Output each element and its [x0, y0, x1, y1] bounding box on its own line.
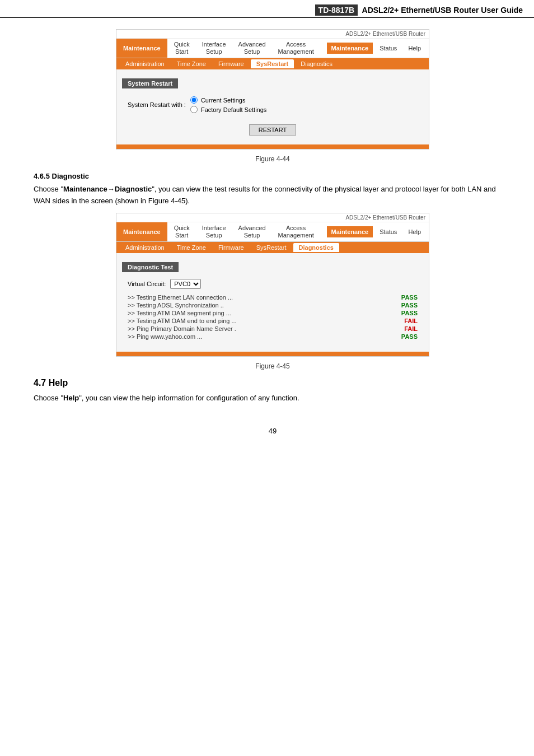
sub-nav-44: Administration Time Zone Firmware SysRes…: [116, 58, 429, 69]
restart-btn-row: RESTART: [116, 121, 429, 139]
section-label-45: Diagnostic Test: [116, 259, 429, 276]
label-current-settings: Current Settings: [201, 97, 245, 104]
restart-form: System Restart with : Current Settings F…: [116, 92, 429, 121]
diag-row-1: >> Testing ADSL Synchronization .. PASS: [128, 301, 418, 309]
diag-row-4: >> Ping Primary Domain Name Server . FAI…: [128, 325, 418, 333]
nav-status-btn-45[interactable]: Status: [375, 226, 401, 237]
diag-result-4: FAIL: [404, 325, 418, 332]
subnav-sysrestart-45[interactable]: SysRestart: [251, 243, 292, 252]
diag-label-1: >> Testing ADSL Synchronization ..: [128, 302, 224, 309]
diag-result-3: FAIL: [404, 318, 418, 324]
vc-select[interactable]: PVC0 PVC1 PVC2: [170, 279, 201, 289]
diag-results: >> Testing Ethernet LAN connection ... P…: [116, 291, 429, 346]
nav-status-btn-44[interactable]: Status: [375, 43, 401, 54]
nav-quick-start-44[interactable]: QuickStart: [173, 39, 191, 58]
section-465-heading: 4.6.5 Diagnostic: [34, 172, 512, 180]
body-text-pre: Choose ": [34, 185, 63, 193]
nav-maintenance-45[interactable]: Maintenance: [116, 222, 167, 241]
subnav-sysrestart-44[interactable]: SysRestart: [251, 59, 294, 68]
section-47-pre: Choose ": [34, 394, 63, 402]
nav-bar-45: Maintenance QuickStart InterfaceSetup Ad…: [116, 222, 429, 242]
nav-items-44: QuickStart InterfaceSetup AdvancedSetup …: [167, 39, 324, 58]
router-body-45: Diagnostic Test Virtual Circuit: PVC0 PV…: [116, 253, 429, 352]
subnav-firmware-45[interactable]: Firmware: [213, 243, 250, 252]
section-47-heading: 4.7 Help: [34, 378, 512, 388]
section-47-post: ", you can view the help information for…: [79, 394, 299, 402]
label-factory-settings: Factory Default Settings: [201, 106, 266, 113]
nav-quick-start-45[interactable]: QuickStart: [173, 222, 191, 241]
footer-bar-44: [116, 144, 429, 149]
header-title: ADSL2/2+ Ethernet/USB Router User Guide: [362, 6, 523, 15]
page-number: 49: [34, 427, 512, 435]
diag-row-3: >> Testing ATM OAM end to end ping ... F…: [128, 317, 418, 325]
figure-45-ui: ADSL2/2+ Ethernet/USB Router Maintenance…: [116, 213, 429, 357]
vc-label: Virtual Circuit:: [128, 281, 166, 287]
subnav-administration-45[interactable]: Administration: [120, 243, 170, 252]
brand-bar-45: ADSL2/2+ Ethernet/USB Router: [116, 213, 429, 222]
subnav-diagnostics-44[interactable]: Diagnostics: [295, 59, 338, 68]
subnav-firmware-44[interactable]: Firmware: [213, 59, 250, 68]
section-465-body: Choose "Maintenance→Diagnostic", you can…: [34, 184, 512, 207]
page-header: TD-8817B ADSL2/2+ Ethernet/USB Router Us…: [0, 0, 534, 18]
radio-current-settings[interactable]: [190, 96, 198, 104]
footer-bar-45: [116, 352, 429, 356]
nav-right-45: Maintenance Status Help: [324, 222, 429, 241]
nav-advanced-setup-45[interactable]: AdvancedSetup: [237, 222, 267, 241]
nav-items-45: QuickStart InterfaceSetup AdvancedSetup …: [167, 222, 324, 241]
diag-result-0: PASS: [401, 294, 418, 301]
bold-help: Help: [63, 394, 79, 402]
nav-access-management-44[interactable]: AccessManagement: [277, 39, 315, 58]
diag-label-3: >> Testing ATM OAM end to end ping ...: [128, 318, 237, 324]
nav-help-btn-44[interactable]: Help: [404, 43, 425, 54]
nav-maintenance-btn-44[interactable]: Maintenance: [327, 43, 373, 54]
option-factory: Factory Default Settings: [190, 106, 266, 113]
subnav-timezone-45[interactable]: Time Zone: [171, 243, 212, 252]
bold-maintenance-diag: Maintenance→Diagnostic: [63, 185, 152, 193]
section-label-44: System Restart: [116, 75, 429, 92]
nav-right-44: Maintenance Status Help: [324, 39, 429, 58]
section-47-body: Choose "Help", you can view the help inf…: [34, 393, 512, 404]
restart-with-label: System Restart with :: [128, 101, 186, 108]
figure-44-caption: Figure 4-44: [34, 155, 512, 163]
diag-label-5: >> Ping www.yahoo.com ...: [128, 333, 202, 340]
subnav-diagnostics-45[interactable]: Diagnostics: [293, 243, 339, 252]
vc-row: Virtual Circuit: PVC0 PVC1 PVC2: [116, 276, 429, 291]
sub-nav-45: Administration Time Zone Firmware SysRes…: [116, 242, 429, 253]
nav-maintenance-btn-45[interactable]: Maintenance: [327, 226, 373, 237]
router-body-44: System Restart System Restart with : Cur…: [116, 69, 429, 144]
nav-maintenance-44[interactable]: Maintenance: [116, 39, 167, 58]
figure-45-caption: Figure 4-45: [34, 362, 512, 370]
nav-access-management-45[interactable]: AccessManagement: [277, 222, 315, 241]
figure-44-ui: ADSL2/2+ Ethernet/USB Router Maintenance…: [116, 29, 429, 150]
diag-result-2: PASS: [401, 310, 418, 316]
model-label: TD-8817B: [315, 4, 358, 16]
subnav-timezone-44[interactable]: Time Zone: [171, 59, 212, 68]
nav-advanced-setup-44[interactable]: AdvancedSetup: [237, 39, 267, 58]
subnav-administration-44[interactable]: Administration: [120, 59, 170, 68]
diag-row-5: >> Ping www.yahoo.com ... PASS: [128, 333, 418, 340]
option-current: Current Settings: [190, 96, 266, 104]
diag-row-0: >> Testing Ethernet LAN connection ... P…: [128, 293, 418, 301]
nav-bar-44: Maintenance QuickStart InterfaceSetup Ad…: [116, 39, 429, 58]
diag-result-1: PASS: [401, 302, 418, 309]
diag-label-0: >> Testing Ethernet LAN connection ...: [128, 294, 233, 301]
nav-interface-setup-45[interactable]: InterfaceSetup: [201, 222, 227, 241]
restart-button[interactable]: RESTART: [249, 124, 296, 136]
diag-label-2: >> Testing ATM OAM segment ping ...: [128, 310, 231, 316]
nav-help-btn-45[interactable]: Help: [404, 226, 425, 237]
diag-label-4: >> Ping Primary Domain Name Server .: [128, 325, 236, 332]
restart-options: Current Settings Factory Default Setting…: [190, 96, 266, 113]
radio-factory-settings[interactable]: [190, 106, 198, 113]
diag-result-5: PASS: [401, 333, 418, 340]
brand-bar-44: ADSL2/2+ Ethernet/USB Router: [116, 30, 429, 39]
diag-row-2: >> Testing ATM OAM segment ping ... PASS: [128, 309, 418, 317]
nav-interface-setup-44[interactable]: InterfaceSetup: [201, 39, 227, 58]
restart-with-row: System Restart with : Current Settings F…: [128, 96, 418, 113]
